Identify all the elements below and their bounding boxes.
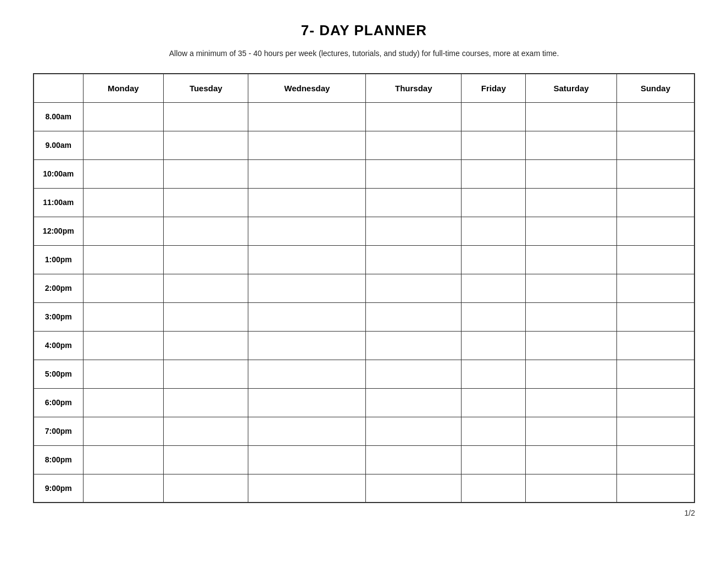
cell-tuesday-800am[interactable] — [164, 102, 248, 131]
cell-saturday-600pm[interactable] — [526, 388, 617, 417]
cell-thursday-800pm[interactable] — [366, 445, 462, 474]
cell-thursday-1100am[interactable] — [366, 188, 462, 217]
cell-friday-100pm[interactable] — [462, 245, 526, 274]
cell-wednesday-700pm[interactable] — [248, 417, 366, 445]
cell-friday-1200pm[interactable] — [462, 217, 526, 245]
cell-wednesday-300pm[interactable] — [248, 302, 366, 331]
cell-friday-200pm[interactable] — [462, 274, 526, 302]
cell-thursday-500pm[interactable] — [366, 360, 462, 388]
cell-thursday-900am[interactable] — [366, 131, 462, 159]
cell-monday-800am[interactable] — [83, 102, 164, 131]
cell-friday-500pm[interactable] — [462, 360, 526, 388]
cell-sunday-100pm[interactable] — [616, 245, 694, 274]
cell-monday-1200pm[interactable] — [83, 217, 164, 245]
cell-wednesday-200pm[interactable] — [248, 274, 366, 302]
cell-sunday-1200pm[interactable] — [616, 217, 694, 245]
cell-wednesday-500pm[interactable] — [248, 360, 366, 388]
cell-sunday-800pm[interactable] — [616, 445, 694, 474]
cell-wednesday-900pm[interactable] — [248, 474, 366, 503]
cell-tuesday-300pm[interactable] — [164, 302, 248, 331]
cell-wednesday-1100am[interactable] — [248, 188, 366, 217]
cell-monday-300pm[interactable] — [83, 302, 164, 331]
cell-monday-700pm[interactable] — [83, 417, 164, 445]
cell-saturday-200pm[interactable] — [526, 274, 617, 302]
cell-wednesday-600pm[interactable] — [248, 388, 366, 417]
cell-wednesday-1000am[interactable] — [248, 159, 366, 188]
cell-friday-1000am[interactable] — [462, 159, 526, 188]
cell-monday-1100am[interactable] — [83, 188, 164, 217]
cell-tuesday-900pm[interactable] — [164, 474, 248, 503]
table-row: 1:00pm — [34, 245, 694, 274]
cell-wednesday-800pm[interactable] — [248, 445, 366, 474]
cell-friday-700pm[interactable] — [462, 417, 526, 445]
cell-thursday-600pm[interactable] — [366, 388, 462, 417]
cell-tuesday-400pm[interactable] — [164, 331, 248, 360]
cell-tuesday-1000am[interactable] — [164, 159, 248, 188]
cell-sunday-200pm[interactable] — [616, 274, 694, 302]
cell-tuesday-700pm[interactable] — [164, 417, 248, 445]
cell-friday-800pm[interactable] — [462, 445, 526, 474]
cell-tuesday-200pm[interactable] — [164, 274, 248, 302]
cell-saturday-500pm[interactable] — [526, 360, 617, 388]
cell-tuesday-500pm[interactable] — [164, 360, 248, 388]
cell-saturday-1200pm[interactable] — [526, 217, 617, 245]
cell-monday-400pm[interactable] — [83, 331, 164, 360]
cell-sunday-900pm[interactable] — [616, 474, 694, 503]
cell-sunday-800am[interactable] — [616, 102, 694, 131]
cell-saturday-800am[interactable] — [526, 102, 617, 131]
cell-sunday-500pm[interactable] — [616, 360, 694, 388]
cell-wednesday-1200pm[interactable] — [248, 217, 366, 245]
cell-tuesday-900am[interactable] — [164, 131, 248, 159]
cell-saturday-900pm[interactable] — [526, 474, 617, 503]
cell-sunday-700pm[interactable] — [616, 417, 694, 445]
cell-tuesday-1100am[interactable] — [164, 188, 248, 217]
cell-sunday-1000am[interactable] — [616, 159, 694, 188]
cell-thursday-700pm[interactable] — [366, 417, 462, 445]
cell-wednesday-400pm[interactable] — [248, 331, 366, 360]
cell-sunday-900am[interactable] — [616, 131, 694, 159]
cell-thursday-800am[interactable] — [366, 102, 462, 131]
cell-monday-900pm[interactable] — [83, 474, 164, 503]
cell-monday-500pm[interactable] — [83, 360, 164, 388]
table-row: 7:00pm — [34, 417, 694, 445]
cell-thursday-100pm[interactable] — [366, 245, 462, 274]
cell-tuesday-800pm[interactable] — [164, 445, 248, 474]
cell-monday-200pm[interactable] — [83, 274, 164, 302]
cell-monday-1000am[interactable] — [83, 159, 164, 188]
cell-thursday-300pm[interactable] — [366, 302, 462, 331]
cell-saturday-800pm[interactable] — [526, 445, 617, 474]
cell-tuesday-1200pm[interactable] — [164, 217, 248, 245]
cell-sunday-1100am[interactable] — [616, 188, 694, 217]
cell-saturday-700pm[interactable] — [526, 417, 617, 445]
cell-monday-100pm[interactable] — [83, 245, 164, 274]
cell-monday-600pm[interactable] — [83, 388, 164, 417]
cell-thursday-200pm[interactable] — [366, 274, 462, 302]
cell-friday-900am[interactable] — [462, 131, 526, 159]
cell-friday-400pm[interactable] — [462, 331, 526, 360]
cell-friday-800am[interactable] — [462, 102, 526, 131]
cell-sunday-600pm[interactable] — [616, 388, 694, 417]
cell-wednesday-100pm[interactable] — [248, 245, 366, 274]
cell-saturday-100pm[interactable] — [526, 245, 617, 274]
cell-thursday-900pm[interactable] — [366, 474, 462, 503]
cell-saturday-1000am[interactable] — [526, 159, 617, 188]
cell-tuesday-600pm[interactable] — [164, 388, 248, 417]
cell-monday-900am[interactable] — [83, 131, 164, 159]
cell-wednesday-900am[interactable] — [248, 131, 366, 159]
cell-friday-900pm[interactable] — [462, 474, 526, 503]
cell-friday-600pm[interactable] — [462, 388, 526, 417]
cell-wednesday-800am[interactable] — [248, 102, 366, 131]
cell-sunday-400pm[interactable] — [616, 331, 694, 360]
cell-friday-1100am[interactable] — [462, 188, 526, 217]
cell-monday-800pm[interactable] — [83, 445, 164, 474]
cell-saturday-900am[interactable] — [526, 131, 617, 159]
cell-sunday-300pm[interactable] — [616, 302, 694, 331]
cell-friday-300pm[interactable] — [462, 302, 526, 331]
cell-saturday-300pm[interactable] — [526, 302, 617, 331]
cell-thursday-1000am[interactable] — [366, 159, 462, 188]
cell-tuesday-100pm[interactable] — [164, 245, 248, 274]
cell-thursday-400pm[interactable] — [366, 331, 462, 360]
cell-thursday-1200pm[interactable] — [366, 217, 462, 245]
cell-saturday-400pm[interactable] — [526, 331, 617, 360]
cell-saturday-1100am[interactable] — [526, 188, 617, 217]
